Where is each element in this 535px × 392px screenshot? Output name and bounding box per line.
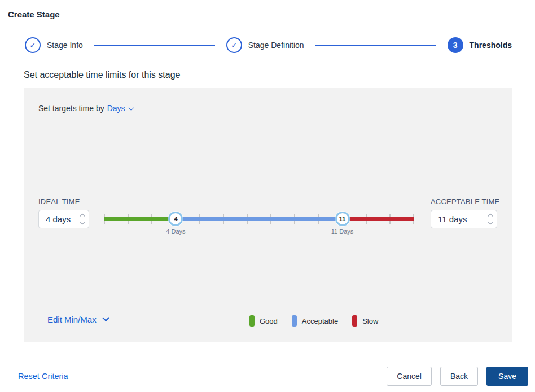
- spinner-controls: [81, 214, 84, 224]
- thresholds-panel: Set targets time by Days IDEAL TIME 4 11…: [24, 88, 512, 342]
- spinner-controls: [489, 214, 492, 224]
- set-targets-label: Set targets time by: [38, 104, 104, 113]
- set-targets-row: Set targets time by Days: [38, 104, 133, 113]
- slider-handle-ideal[interactable]: 4: [168, 212, 183, 226]
- ideal-time-stepper[interactable]: [38, 210, 89, 228]
- targets-unit-dropdown[interactable]: Days: [107, 104, 133, 113]
- legend: Good Acceptable Slow: [249, 315, 378, 327]
- spinner-up-icon[interactable]: [488, 214, 493, 218]
- spinner-up-icon[interactable]: [80, 214, 85, 218]
- targets-unit-value: Days: [107, 104, 125, 113]
- chevron-down-icon: [102, 314, 109, 321]
- cancel-button[interactable]: Cancel: [387, 367, 432, 386]
- slider-segment-good: [104, 217, 176, 221]
- step-number-badge: 3: [448, 37, 463, 53]
- slider-handle-label: 11 Days: [331, 228, 354, 235]
- legend-label: Acceptable: [302, 317, 338, 325]
- good-swatch: [249, 315, 255, 327]
- stepper: ✓ Stage Info ✓ Stage Definition 3 Thresh…: [25, 37, 512, 53]
- edit-minmax-label: Edit Min/Max: [47, 315, 97, 324]
- reset-criteria-link[interactable]: Reset Criteria: [18, 372, 68, 381]
- time-range-slider: 4 11 4 Days 11 Days: [104, 202, 414, 238]
- edit-minmax-link[interactable]: Edit Min/Max: [47, 315, 108, 324]
- spinner-down-icon[interactable]: [80, 220, 85, 224]
- legend-label: Slow: [362, 317, 378, 325]
- step-complete-check-icon: ✓: [25, 37, 41, 53]
- step-label: Thresholds: [470, 41, 512, 50]
- acceptable-time-label: ACCEPTABLE TIME: [431, 197, 499, 206]
- slider-handle-acceptable[interactable]: 11: [335, 212, 350, 226]
- spinner-down-icon[interactable]: [488, 220, 493, 224]
- slider-handle-label: 4 Days: [166, 228, 185, 235]
- step-stage-definition[interactable]: ✓ Stage Definition: [226, 37, 304, 53]
- legend-item-slow: Slow: [352, 315, 378, 327]
- footer-buttons: Cancel Back Save: [387, 367, 528, 386]
- stepper-connector: [315, 45, 436, 46]
- chevron-down-icon: [128, 105, 134, 111]
- legend-item-acceptable: Acceptable: [292, 315, 338, 327]
- back-button[interactable]: Back: [440, 367, 478, 386]
- stepper-connector: [94, 45, 215, 46]
- slow-swatch: [352, 315, 357, 327]
- step-label: Stage Info: [47, 41, 83, 50]
- section-heading: Set acceptable time limits for this stag…: [24, 70, 535, 80]
- slider-segment-acceptable: [176, 217, 342, 221]
- step-label: Stage Definition: [248, 41, 304, 50]
- ideal-time-input[interactable]: [46, 214, 77, 224]
- legend-item-good: Good: [249, 315, 278, 327]
- page-title: Create Stage: [8, 10, 535, 19]
- step-stage-info[interactable]: ✓ Stage Info: [25, 37, 83, 53]
- acceptable-time-input[interactable]: [438, 214, 485, 224]
- ideal-time-label: IDEAL TIME: [38, 197, 80, 206]
- acceptable-time-stepper[interactable]: [431, 210, 497, 228]
- legend-label: Good: [260, 317, 278, 325]
- step-complete-check-icon: ✓: [226, 37, 242, 53]
- slider-segment-slow: [343, 217, 414, 221]
- save-button[interactable]: Save: [486, 367, 528, 386]
- acceptable-swatch: [292, 315, 297, 327]
- step-thresholds[interactable]: 3 Thresholds: [448, 37, 512, 53]
